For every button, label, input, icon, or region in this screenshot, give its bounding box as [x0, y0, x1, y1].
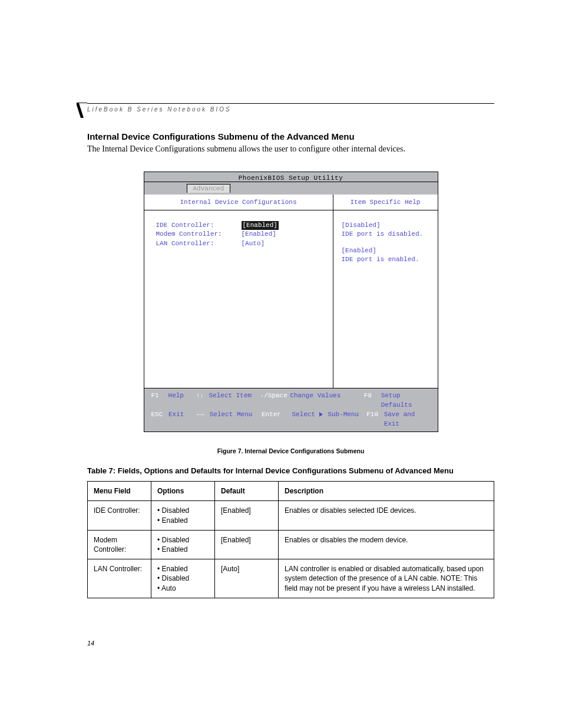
th-default: Default — [215, 482, 279, 501]
action-submenu: Select Sub-Menu — [292, 410, 366, 429]
cell-default: [Enabled] — [215, 530, 279, 559]
bios-help-body: [Disabled] IDE port is disabled. [Enable… — [333, 210, 438, 388]
bios-field-value: [Enabled] — [242, 230, 276, 239]
bios-left-title: Internal Device Configurations — [144, 195, 333, 210]
help-line: IDE port is enabled. — [342, 255, 429, 264]
page-header: LifeBook B Series Notebook BIOS — [87, 103, 494, 113]
table-title: Table 7: Fields, Options and Defaults fo… — [87, 466, 494, 475]
section-intro: The Internal Device Configurations subme… — [87, 144, 494, 155]
section-title: Internal Device Configurations Submenu o… — [87, 131, 494, 141]
action-select-menu: Select Menu — [210, 410, 262, 429]
bios-field-lan[interactable]: LAN Controller: [Auto] — [156, 239, 325, 248]
key-enter[interactable]: Enter — [262, 410, 292, 429]
th-description: Description — [279, 482, 494, 501]
option: Disabled — [157, 506, 209, 515]
cell-desc: Enables or disables the modem device. — [279, 530, 494, 559]
help-line: [Disabled] — [342, 221, 429, 230]
table-row: Modem Controller: Disabled Enabled [Enab… — [88, 530, 494, 559]
cell-options: Enabled Disabled Auto — [151, 559, 215, 598]
bios-field-label: LAN Controller: — [156, 239, 242, 248]
bios-tab-advanced[interactable]: Advanced — [187, 184, 231, 193]
bios-field-ide[interactable]: IDE Controller: [Enabled] — [156, 221, 325, 230]
cell-options: Disabled Enabled — [151, 501, 215, 530]
bios-footer: F1 Help ↑↓ Select Item -/Space Change Va… — [144, 388, 438, 431]
cell-field: IDE Controller: — [88, 501, 151, 530]
action-defaults: Setup Defaults — [381, 391, 431, 410]
key-updown[interactable]: ↑↓ — [196, 391, 209, 410]
cell-options: Disabled Enabled — [151, 530, 215, 559]
figure-caption: Figure 7. Internal Device Configurations… — [87, 447, 494, 454]
action-save-exit: Save and Exit — [384, 410, 431, 429]
key-f1[interactable]: F1 — [151, 391, 168, 410]
corner-glyph — [77, 103, 87, 119]
cell-default: [Enabled] — [215, 501, 279, 530]
option: Disabled — [157, 574, 209, 583]
th-menu-field: Menu Field — [88, 482, 151, 501]
bios-window: PhoenixBIOS Setup Utility Advanced Inter… — [144, 172, 438, 432]
cell-field: LAN Controller: — [88, 559, 151, 598]
option: Enabled — [157, 516, 209, 525]
help-line: [Enabled] — [342, 246, 429, 255]
bios-app-title: PhoenixBIOS Setup Utility — [144, 172, 438, 182]
bios-tab-bar: Advanced — [144, 182, 438, 195]
action-select-item: Select Item — [209, 391, 260, 410]
action-change: Change Values — [290, 391, 363, 410]
bios-field-value: [Enabled] — [242, 221, 279, 230]
key-esc[interactable]: ESC — [151, 410, 168, 429]
cell-desc: LAN controller is enabled or disabled au… — [279, 559, 494, 598]
action-help: Help — [168, 391, 196, 410]
help-line: IDE port is disabled. — [342, 230, 429, 239]
bios-field-modem[interactable]: Modem Controller: [Enabled] — [156, 230, 325, 239]
table-row: IDE Controller: Disabled Enabled [Enable… — [88, 501, 494, 530]
option: Enabled — [157, 545, 209, 554]
key-f9[interactable]: F9 — [364, 391, 381, 410]
cell-default: [Auto] — [215, 559, 279, 598]
page-number: 14 — [87, 640, 94, 647]
running-title: LifeBook B Series Notebook BIOS — [87, 106, 494, 113]
bios-field-value: [Auto] — [242, 239, 265, 248]
action-exit: Exit — [168, 410, 197, 429]
table-row: LAN Controller: Enabled Disabled Auto [A… — [88, 559, 494, 598]
triangle-right-icon — [319, 412, 323, 417]
key-space[interactable]: -/Space — [260, 391, 290, 410]
bios-help-title: Item Specific Help — [333, 195, 438, 210]
key-leftright[interactable]: ←→ — [197, 410, 210, 429]
option: Enabled — [157, 564, 209, 574]
option: Auto — [157, 584, 209, 593]
table-header-row: Menu Field Options Default Description — [88, 482, 494, 501]
cell-field: Modem Controller: — [88, 530, 151, 559]
bios-field-label: IDE Controller: — [156, 221, 242, 230]
fields-table: Menu Field Options Default Description I… — [87, 481, 494, 598]
th-options: Options — [151, 482, 215, 501]
key-f10[interactable]: F10 — [366, 410, 384, 429]
option: Disabled — [157, 535, 209, 545]
bios-field-label: Modem Controller: — [156, 230, 242, 239]
cell-desc: Enables or disables selected IDE devices… — [279, 501, 494, 530]
